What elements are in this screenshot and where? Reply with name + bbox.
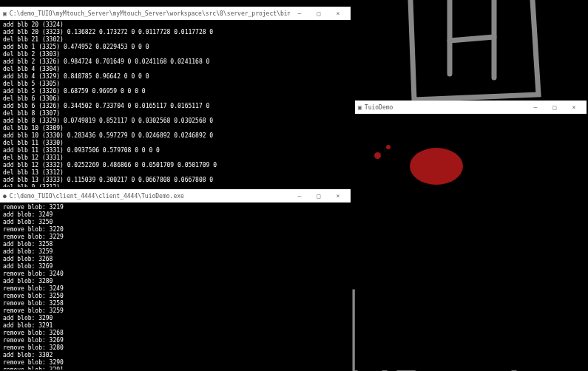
- touch-blob-main[interactable]: [410, 148, 463, 185]
- server-console-output: add blb 20 (3324) add blb 20 (3323) 0.13…: [0, 20, 351, 187]
- touch-blob-small-1[interactable]: [374, 152, 381, 159]
- server-console-window[interactable]: ▣ C:\demo_TUIO\myMtouch_Server\myMtouch_…: [0, 7, 351, 187]
- demo-canvas[interactable]: [355, 114, 587, 370]
- client-titlebar[interactable]: ● C:\demo_TUIO\client_4444\client_4444\T…: [0, 189, 351, 202]
- close-button[interactable]: ×: [328, 7, 348, 19]
- server-titlebar[interactable]: ▣ C:\demo_TUIO\myMtouch_Server\myMtouch_…: [0, 7, 351, 20]
- client-console-window[interactable]: ● C:\demo_TUIO\client_4444\client_4444\T…: [0, 189, 351, 370]
- server-title: C:\demo_TUIO\myMtouch_Server\myMtouch_Se…: [10, 10, 290, 17]
- console-icon: ▣: [3, 10, 7, 17]
- demo-title: TuioDemo: [365, 104, 526, 111]
- maximize-button[interactable]: □: [309, 190, 328, 202]
- demo-titlebar[interactable]: ▣ TuioDemo — □ ×: [355, 101, 587, 114]
- console-icon: ●: [3, 193, 7, 200]
- minimize-button[interactable]: —: [526, 101, 545, 113]
- close-button[interactable]: ×: [564, 101, 584, 113]
- close-button[interactable]: ×: [328, 190, 348, 202]
- client-console-output: remove blob: 3219 add blob: 3249 add blo…: [0, 202, 351, 370]
- minimize-button[interactable]: —: [290, 190, 309, 202]
- app-icon: ▣: [358, 104, 362, 111]
- minimize-button[interactable]: —: [290, 7, 309, 19]
- touch-blob-small-2[interactable]: [386, 145, 391, 149]
- tuiodemo-window[interactable]: ▣ TuioDemo — □ ×: [355, 101, 587, 370]
- maximize-button[interactable]: □: [309, 7, 328, 19]
- client-title: C:\demo_TUIO\client_4444\client_4444\Tui…: [10, 193, 290, 200]
- maximize-button[interactable]: □: [545, 101, 564, 113]
